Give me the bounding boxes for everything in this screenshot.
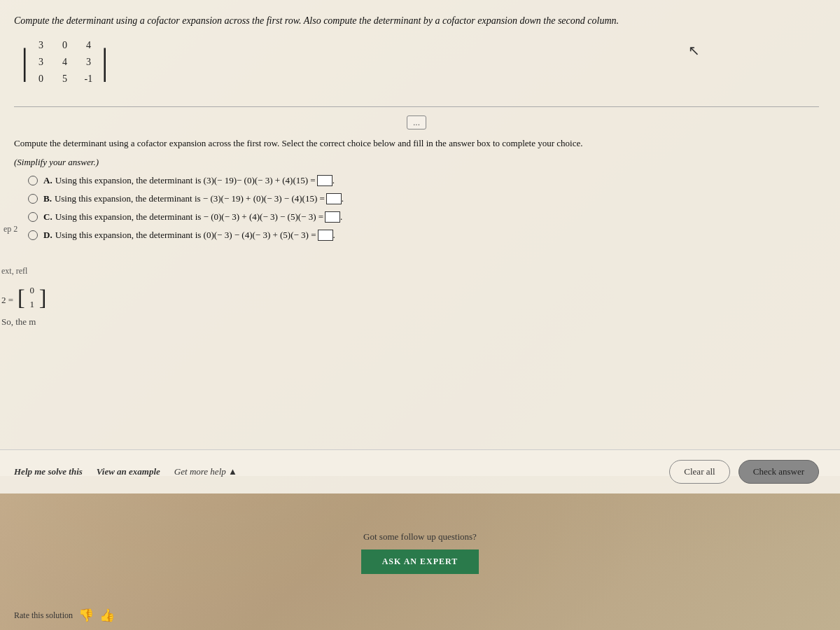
radio-b[interactable] — [28, 194, 38, 204]
matrix-cell-r0c1: 0 — [55, 40, 74, 51]
matrix-bracket: | 3 0 4 3 4 3 0 5 -1 | — [21, 38, 108, 87]
matrix-right-bracket: | — [101, 44, 108, 80]
choice-label-c: C. — [43, 211, 52, 223]
bottom-left-buttons: Help me solve this View an example Get m… — [14, 466, 237, 477]
choice-label-b: B. — [43, 193, 52, 204]
follow-up-section: Got some follow up questions? ASK AN EXP… — [0, 517, 840, 588]
check-answer-button[interactable]: Check answer — [738, 460, 819, 484]
simplify-note: (Simplify your answer.) — [14, 155, 819, 169]
rate-label: Rate this solution — [14, 610, 73, 621]
sidebar-partial: ep 2 — [0, 224, 18, 234]
matrix-cell-r2c1: 5 — [55, 74, 74, 85]
ext-refl-label: ext, refl — [0, 266, 27, 276]
ep2-label: ep 2 — [0, 224, 18, 234]
main-container: Compute the determinant using a cofactor… — [0, 0, 840, 630]
so-the-m-label: So, the m — [0, 316, 36, 327]
step-instruction: Compute the determinant using a cofactor… — [14, 136, 819, 150]
matrix-cell-r2c0: 0 — [31, 74, 50, 85]
thumbs-down-icon[interactable]: 👎 — [78, 608, 94, 623]
radio-d[interactable] — [28, 230, 38, 240]
radio-a[interactable] — [28, 176, 38, 186]
choice-period-a: . — [332, 175, 335, 186]
follow-up-text: Got some follow up questions? — [14, 531, 826, 542]
choice-row-a: A. Using this expansion, the determinant… — [28, 175, 819, 186]
r2-grid: 0 1 — [25, 284, 39, 312]
choice-text-d: Using this expansion, the determinant is… — [55, 230, 316, 241]
choice-text-b: Using this expansion, the determinant is… — [55, 193, 325, 204]
r2-cell-bottom: 1 — [25, 299, 39, 310]
matrix-grid: 3 0 4 3 4 3 0 5 -1 — [31, 38, 98, 87]
r2-prefix: 2 = — [0, 295, 13, 306]
choice-label-a: A. — [43, 175, 52, 186]
matrix-cell-r0c2: 4 — [78, 40, 98, 51]
choice-label-d: D. — [43, 230, 52, 241]
problem-title: Compute the determinant using a cofactor… — [14, 14, 819, 28]
r2-bracket-right: ] — [39, 286, 47, 309]
clear-all-button[interactable]: Clear all — [669, 460, 729, 484]
matrix-cell-r0c0: 3 — [31, 40, 50, 51]
ask-expert-button[interactable]: ASK AN EXPERT — [361, 550, 479, 574]
choice-row-c: C. Using this expansion, the determinant… — [28, 211, 819, 223]
so-the-m-section: So, the m — [0, 315, 36, 328]
cursor-icon: ↖ — [688, 42, 700, 59]
matrix-cell-r1c0: 3 — [31, 57, 50, 68]
choice-period-b: . — [342, 193, 344, 204]
matrix-container: | 3 0 4 3 4 3 0 5 -1 | — [21, 38, 108, 87]
get-more-help-button[interactable]: Get more help ▲ — [174, 466, 237, 477]
answer-box-b[interactable] — [326, 193, 342, 204]
choice-row-d: D. Using this expansion, the determinant… — [28, 230, 819, 241]
matrix-cell-r2c2: -1 — [78, 74, 98, 85]
choice-text-c: Using this expansion, the determinant is… — [55, 211, 323, 223]
choices-container: A. Using this expansion, the determinant… — [28, 175, 819, 241]
r2-matrix: [ 0 1 ] — [18, 284, 46, 312]
bottom-bar: Help me solve this View an example Get m… — [0, 449, 840, 493]
r2-section: 2 = [ 0 1 ] — [0, 284, 46, 317]
r2-bracket-left: [ — [18, 286, 25, 309]
choice-period-d: . — [333, 230, 335, 241]
choice-period-c: . — [340, 211, 342, 223]
view-example-button[interactable]: View an example — [97, 466, 160, 477]
rate-section: Rate this solution 👎 👍 — [14, 608, 115, 623]
matrix-left-bracket: | — [21, 44, 28, 80]
choice-text-a: Using this expansion, the determinant is… — [55, 175, 316, 186]
ext-refl-partial: ext, refl — [0, 266, 27, 276]
answer-box-c[interactable] — [325, 211, 340, 223]
answer-box-d[interactable] — [318, 230, 333, 241]
divider — [14, 106, 819, 107]
matrix-cell-r1c1: 4 — [55, 57, 74, 68]
radio-c[interactable] — [28, 212, 38, 222]
matrix-cell-r1c2: 3 — [78, 57, 98, 68]
help-me-solve-button[interactable]: Help me solve this — [14, 466, 83, 477]
content-panel: Compute the determinant using a cofactor… — [0, 0, 840, 476]
more-button-container: ... — [14, 115, 819, 130]
more-dots-button[interactable]: ... — [407, 115, 426, 130]
r2-cell-top: 0 — [25, 285, 39, 296]
answer-box-a[interactable] — [317, 175, 332, 186]
bottom-right-buttons: Clear all Check answer — [669, 460, 819, 484]
choice-row-b: B. Using this expansion, the determinant… — [28, 193, 819, 204]
thumbs-up-icon[interactable]: 👍 — [99, 608, 115, 623]
